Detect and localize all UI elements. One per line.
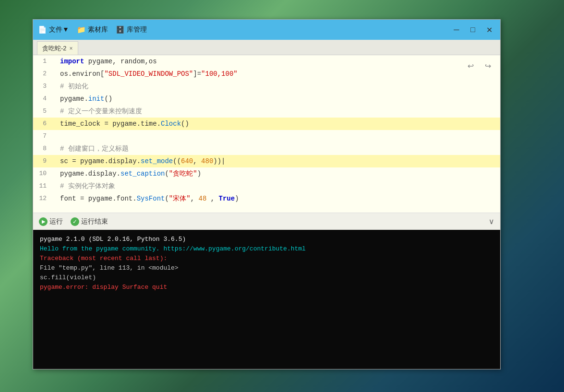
menu-file-label: 文件▼ bbox=[49, 25, 69, 34]
menu-library-label: 库管理 bbox=[127, 25, 147, 34]
line-content-9: sc = pygame.display.set_mode((640, 480))… bbox=[58, 155, 500, 167]
line-num-10: 10 bbox=[33, 167, 50, 180]
tab-close-button[interactable]: × bbox=[70, 45, 73, 52]
code-line-1: 1 import pygame, random,os bbox=[33, 55, 500, 68]
menu-item-file[interactable]: 📄 文件▼ bbox=[38, 25, 69, 34]
line-num-5: 5 bbox=[33, 105, 50, 118]
terminal-text-5: sc.fill(violet) bbox=[40, 274, 96, 281]
code-line-10: 10 pygame.display.set_caption("贪吃蛇") bbox=[33, 167, 500, 180]
titlebar: 📄 文件▼ 📁 素材库 🗄️ 库管理 ─ □ ✕ bbox=[33, 20, 500, 40]
line-num-1: 1 bbox=[33, 55, 50, 68]
line-num-4: 4 bbox=[33, 93, 50, 105]
tab-bar: 贪吃蛇-2 × bbox=[33, 40, 500, 55]
tab-label: 贪吃蛇-2 bbox=[42, 44, 67, 53]
line-content-12: font = pygame.font.SysFont("宋体", 48 , Tr… bbox=[58, 192, 500, 205]
run-button[interactable]: ▶ 运行 bbox=[39, 217, 63, 226]
editor-window: 📄 文件▼ 📁 素材库 🗄️ 库管理 ─ □ ✕ 贪吃蛇-2 × ↩ bbox=[33, 19, 501, 369]
maximize-button[interactable]: □ bbox=[467, 24, 479, 36]
run-label: 运行 bbox=[49, 217, 63, 226]
line-num-11: 11 bbox=[33, 180, 50, 192]
line-content-2: os.environ["SDL_VIDEO_WINDOW_POS"]="100,… bbox=[58, 68, 500, 80]
editor-area: ↩ ↪ 1 import pygame, random,os 2 os.envi… bbox=[33, 55, 500, 230]
line-num-3: 3 bbox=[33, 80, 50, 93]
stop-button[interactable]: ✓ 运行结束 bbox=[71, 217, 108, 226]
line-content-10: pygame.display.set_caption("贪吃蛇") bbox=[58, 167, 500, 180]
line-content-5: # 定义一个变量来控制速度 bbox=[58, 105, 500, 118]
chevron-down-icon[interactable]: ∨ bbox=[489, 217, 494, 226]
minimize-button[interactable]: ─ bbox=[450, 24, 463, 36]
terminal-output: pygame 2.1.0 (SDL 2.0.16, Python 3.6.5) … bbox=[33, 230, 500, 369]
code-line-2: 2 os.environ["SDL_VIDEO_WINDOW_POS"]="10… bbox=[33, 68, 500, 80]
code-line-8: 8 # 创建窗口，定义标题 bbox=[33, 143, 500, 155]
terminal-text-3: Traceback (most recent call last): bbox=[40, 255, 167, 262]
line-content-8: # 创建窗口，定义标题 bbox=[58, 143, 500, 155]
code-line-5: 5 # 定义一个变量来控制速度 bbox=[33, 105, 500, 118]
terminal-text-2: Hello from the pygame community. https:/… bbox=[40, 245, 306, 252]
tab-snake-2[interactable]: 贪吃蛇-2 × bbox=[37, 41, 78, 55]
terminal-line-2: Hello from the pygame community. https:/… bbox=[40, 244, 493, 254]
editor-actions: ▶ 运行 ✓ 运行结束 ∨ bbox=[33, 213, 500, 230]
code-editor[interactable]: 1 import pygame, random,os 2 os.environ[… bbox=[33, 55, 500, 213]
menu-bar: 📄 文件▼ 📁 素材库 🗄️ 库管理 bbox=[38, 25, 445, 34]
line-num-7: 7 bbox=[33, 130, 50, 143]
terminal-line-3: Traceback (most recent call last): bbox=[40, 254, 493, 263]
terminal-text-1: pygame 2.1.0 (SDL 2.0.16, Python 3.6.5) bbox=[40, 236, 186, 243]
code-line-6: 6 time_clock = pygame.time.Clock() bbox=[33, 118, 500, 130]
terminal-line-1: pygame 2.1.0 (SDL 2.0.16, Python 3.6.5) bbox=[40, 235, 493, 244]
terminal-text-6: pygame.error: display Surface quit bbox=[40, 284, 167, 291]
stop-icon: ✓ bbox=[71, 217, 79, 226]
code-line-12: 12 font = pygame.font.SysFont("宋体", 48 ,… bbox=[33, 192, 500, 205]
line-content-4: pygame.init() bbox=[58, 93, 500, 105]
line-num-6: 6 bbox=[33, 118, 50, 130]
run-icon: ▶ bbox=[39, 217, 48, 226]
terminal-text-4: File "temp.py", line 113, in <module> bbox=[40, 264, 179, 272]
line-num-9: 9 bbox=[33, 155, 50, 167]
assets-icon: 📁 bbox=[77, 25, 86, 34]
menu-item-library[interactable]: 🗄️ 库管理 bbox=[116, 25, 147, 34]
file-icon: 📄 bbox=[38, 25, 47, 34]
code-line-3: 3 # 初始化 bbox=[33, 80, 500, 93]
close-button[interactable]: ✕ bbox=[483, 24, 495, 36]
terminal-line-6: pygame.error: display Surface quit bbox=[40, 283, 493, 292]
code-line-11: 11 # 实例化字体对象 bbox=[33, 180, 500, 192]
line-content-6: time_clock = pygame.time.Clock() bbox=[58, 118, 500, 130]
line-num-12: 12 bbox=[33, 192, 50, 205]
code-line-7: 7 bbox=[33, 130, 500, 143]
line-content-1: import pygame, random,os bbox=[58, 55, 500, 68]
code-lines: 1 import pygame, random,os 2 os.environ[… bbox=[33, 55, 500, 213]
code-line-9: 9 sc = pygame.display.set_mode((640, 480… bbox=[33, 155, 500, 167]
terminal-line-5: sc.fill(violet) bbox=[40, 273, 493, 283]
line-content-11: # 实例化字体对象 bbox=[58, 180, 500, 192]
menu-assets-label: 素材库 bbox=[88, 25, 108, 34]
library-icon: 🗄️ bbox=[116, 25, 125, 34]
line-num-8: 8 bbox=[33, 143, 50, 155]
code-line-4: 4 pygame.init() bbox=[33, 93, 500, 105]
line-content-3: # 初始化 bbox=[58, 80, 500, 93]
menu-item-assets[interactable]: 📁 素材库 bbox=[77, 25, 108, 34]
stop-label: 运行结束 bbox=[81, 217, 108, 226]
line-num-2: 2 bbox=[33, 68, 50, 80]
terminal-line-4: File "temp.py", line 113, in <module> bbox=[40, 263, 493, 273]
window-controls: ─ □ ✕ bbox=[450, 24, 495, 36]
